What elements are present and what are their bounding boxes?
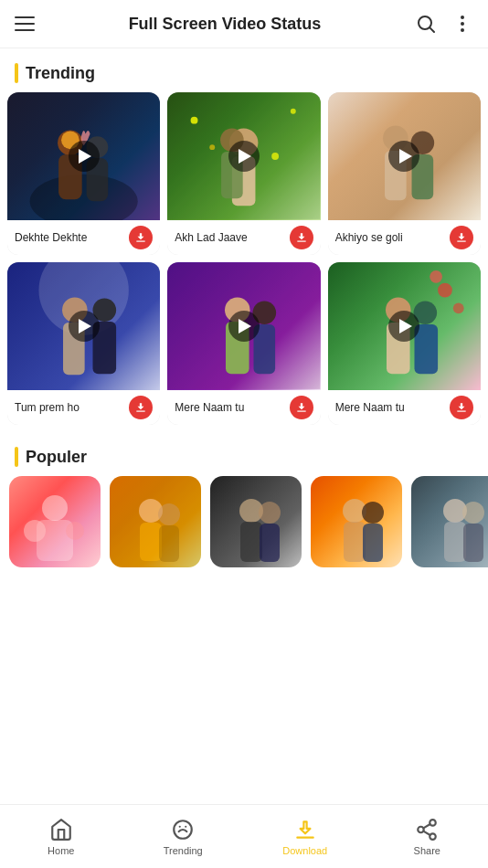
video-card-4[interactable]: Tum prem ho xyxy=(7,262,160,425)
popular-card-3[interactable] xyxy=(210,476,302,567)
svg-rect-26 xyxy=(457,241,465,242)
svg-point-4 xyxy=(461,28,464,32)
video-thumb-2 xyxy=(167,92,320,220)
svg-rect-67 xyxy=(463,524,483,562)
play-button-6[interactable] xyxy=(388,311,419,342)
more-options-icon[interactable] xyxy=(451,13,473,35)
video-card-3[interactable]: Akhiyo se goli xyxy=(328,92,481,255)
popular-scroll[interactable] xyxy=(0,476,488,582)
svg-point-2 xyxy=(461,16,464,19)
video-card-1[interactable]: Dekhte Dekhte xyxy=(7,92,160,255)
nav-label-download: Download xyxy=(282,845,327,856)
video-label-4: Tum prem ho xyxy=(7,390,160,425)
svg-point-47 xyxy=(42,495,68,521)
popular-thumb-4 xyxy=(311,476,402,567)
section-accent-bar xyxy=(15,63,18,83)
video-title-5: Mere Naam tu xyxy=(175,401,244,414)
svg-rect-21 xyxy=(297,241,305,242)
nav-item-download[interactable]: Download xyxy=(244,810,366,863)
svg-rect-65 xyxy=(444,522,466,562)
svg-line-76 xyxy=(424,824,430,828)
download-button-5[interactable] xyxy=(290,396,313,419)
header-title: Full Screen Video Status xyxy=(129,15,322,34)
svg-point-49 xyxy=(24,520,46,542)
svg-rect-59 xyxy=(260,524,280,562)
video-card-6[interactable]: Mere Naam tu xyxy=(328,262,481,425)
video-label-6: Mere Naam tu xyxy=(328,390,481,425)
video-thumb-6 xyxy=(328,262,481,390)
nav-item-home[interactable]: Home xyxy=(0,810,122,863)
svg-line-75 xyxy=(424,831,430,834)
video-title-4: Tum prem ho xyxy=(15,401,80,414)
video-label-1: Dekhte Dekhte xyxy=(7,220,160,255)
svg-point-39 xyxy=(438,283,452,298)
svg-rect-32 xyxy=(137,411,145,412)
trending-icon xyxy=(171,818,195,842)
trending-label: Trending xyxy=(26,64,95,83)
popular-card-5[interactable] xyxy=(411,476,488,567)
play-button-2[interactable] xyxy=(228,141,260,172)
svg-point-5 xyxy=(30,175,138,220)
video-thumb-1 xyxy=(7,92,160,220)
video-title-2: Akh Lad Jaave xyxy=(175,231,247,244)
svg-rect-46 xyxy=(457,411,465,412)
nav-item-trending[interactable]: Trending xyxy=(122,810,245,863)
popular-card-1[interactable] xyxy=(9,476,101,567)
popular-thumb-1 xyxy=(9,476,101,567)
svg-rect-11 xyxy=(137,241,145,242)
download-button-4[interactable] xyxy=(129,396,153,419)
video-thumb-4 xyxy=(7,262,160,390)
play-button-4[interactable] xyxy=(69,311,100,342)
svg-point-3 xyxy=(461,22,464,26)
home-icon xyxy=(49,818,73,842)
video-label-2: Akh Lad Jaave xyxy=(167,220,320,255)
video-card-2[interactable]: Akh Lad Jaave xyxy=(167,92,320,255)
svg-rect-63 xyxy=(363,524,383,562)
download-button-6[interactable] xyxy=(450,396,473,419)
svg-point-62 xyxy=(362,502,384,524)
trending-section-header: Trending xyxy=(0,48,488,92)
video-label-3: Akhiyo se goli xyxy=(328,220,481,255)
download-button-3[interactable] xyxy=(450,226,473,249)
popular-label: Populer xyxy=(26,448,87,467)
nav-label-trending: Trending xyxy=(164,845,203,856)
video-label-5: Mere Naam tu xyxy=(167,390,320,425)
popular-card-2[interactable] xyxy=(110,476,201,567)
popular-thumb-3 xyxy=(210,476,302,567)
svg-point-0 xyxy=(419,16,431,29)
svg-rect-55 xyxy=(159,525,179,562)
menu-icon[interactable] xyxy=(15,16,35,31)
video-thumb-3 xyxy=(328,92,481,220)
download-button-2[interactable] xyxy=(290,226,313,249)
video-title-3: Akhiyo se goli xyxy=(335,231,403,244)
download-icon xyxy=(293,818,317,842)
video-thumb-5 xyxy=(167,262,320,390)
popular-card-4[interactable] xyxy=(311,476,402,567)
download-button-1[interactable] xyxy=(129,226,153,249)
nav-label-share: Share xyxy=(414,845,440,856)
nav-item-share[interactable]: Share xyxy=(366,810,489,863)
svg-point-54 xyxy=(158,503,180,525)
svg-rect-53 xyxy=(140,523,162,561)
svg-point-40 xyxy=(452,302,463,313)
trending-grid: Dekhte Dekhte xyxy=(0,92,488,432)
header-icons xyxy=(415,13,473,35)
search-icon[interactable] xyxy=(415,13,437,35)
svg-point-50 xyxy=(66,522,84,540)
svg-point-58 xyxy=(259,502,281,524)
svg-rect-38 xyxy=(297,411,305,412)
svg-point-20 xyxy=(272,153,280,160)
svg-rect-57 xyxy=(240,522,262,562)
play-button-3[interactable] xyxy=(388,141,419,172)
play-button-5[interactable] xyxy=(228,311,260,342)
video-card-5[interactable]: Mere Naam tu xyxy=(167,262,320,425)
svg-rect-61 xyxy=(344,522,366,562)
svg-point-41 xyxy=(430,270,442,283)
header: Full Screen Video Status xyxy=(0,0,488,48)
popular-section-header: Populer xyxy=(0,432,488,476)
popular-thumb-5 xyxy=(411,476,488,567)
video-title-1: Dekhte Dekhte xyxy=(15,231,87,244)
video-title-6: Mere Naam tu xyxy=(335,401,405,414)
svg-point-17 xyxy=(191,117,198,124)
play-button-1[interactable] xyxy=(69,141,100,172)
